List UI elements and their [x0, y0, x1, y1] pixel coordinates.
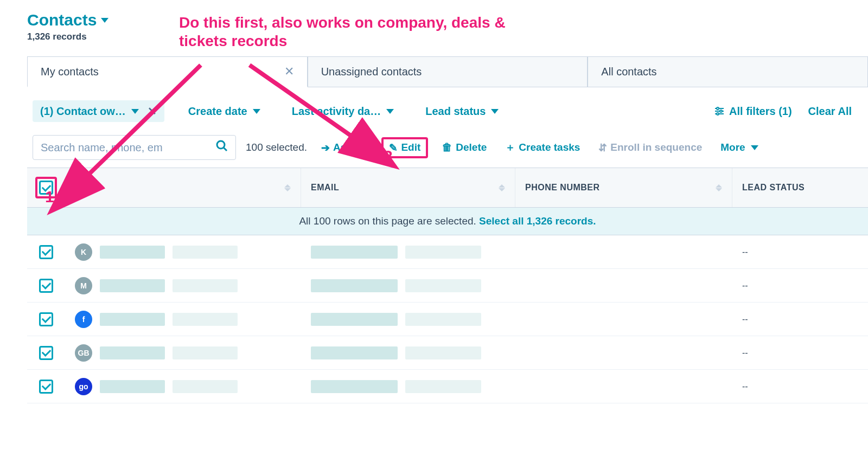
row-checkbox[interactable] — [39, 279, 53, 293]
avatar: GB — [75, 344, 92, 362]
row-checkbox[interactable] — [39, 312, 53, 326]
more-button[interactable]: More — [716, 138, 762, 157]
avatar: M — [75, 277, 92, 294]
arrow-right-icon: ➔ — [321, 142, 330, 154]
row-checkbox[interactable] — [39, 380, 53, 394]
lead-status-value: -- — [732, 247, 868, 257]
filter-create-date[interactable]: Create date — [181, 101, 268, 122]
column-phone[interactable]: PHONE NUMBER — [515, 168, 732, 207]
column-email[interactable]: EMAIL — [301, 168, 515, 207]
search-placeholder: Search name, phone, em — [41, 142, 216, 154]
contacts-table: NAME EMAIL PHONE NUMBER LEAD STATUS All … — [27, 168, 868, 403]
table-row[interactable]: GB-- — [27, 336, 868, 370]
svg-point-5 — [717, 107, 719, 110]
table-row[interactable]: K-- — [27, 235, 868, 269]
avatar: f — [75, 311, 92, 328]
column-lead-status[interactable]: LEAD STATUS — [732, 168, 868, 207]
column-name[interactable]: NAME — [65, 168, 301, 207]
lead-status-value: -- — [732, 281, 868, 291]
tab-all-contacts[interactable]: All contacts — [588, 56, 868, 87]
close-icon[interactable]: ✕ — [284, 65, 294, 79]
svg-point-8 — [217, 141, 225, 149]
row-checkbox[interactable] — [39, 245, 53, 259]
assign-button[interactable]: ➔Assign — [317, 138, 372, 157]
filter-lead-status[interactable]: Lead status — [418, 101, 506, 122]
annotation-number-1: 1 — [45, 187, 54, 207]
svg-point-6 — [720, 110, 722, 112]
tab-my-contacts[interactable]: My contacts ✕ — [27, 56, 308, 87]
svg-point-7 — [717, 113, 719, 115]
sliders-icon — [714, 106, 725, 117]
trash-icon: 🗑 — [442, 142, 452, 153]
filter-last-activity[interactable]: Last activity da… — [284, 101, 402, 122]
clear-all-button[interactable]: Clear All — [808, 105, 852, 118]
avatar: go — [75, 378, 92, 395]
selection-count: 100 selected. — [246, 142, 307, 153]
all-filters-button[interactable]: All filters (1) — [714, 105, 792, 118]
view-tabs: My contacts ✕ Unassigned contacts All co… — [27, 56, 868, 87]
enroll-sequence-button[interactable]: ⇵Enroll in sequence — [594, 138, 706, 157]
search-icon — [216, 140, 228, 155]
filter-contact-owner[interactable]: (1) Contact ow… ✕ — [33, 100, 164, 122]
tab-unassigned[interactable]: Unassigned contacts — [308, 56, 588, 87]
table-row[interactable]: M-- — [27, 269, 868, 303]
lead-status-value: -- — [732, 348, 868, 358]
annotation-number-2: 2 — [384, 146, 393, 166]
table-row[interactable]: go-- — [27, 370, 868, 403]
caret-down-icon — [101, 18, 108, 23]
table-row[interactable]: f-- — [27, 303, 868, 336]
select-all-records-link[interactable]: Select all 1,326 records. — [479, 215, 596, 227]
page-title: Contacts — [27, 11, 97, 29]
svg-line-9 — [224, 147, 227, 151]
selection-banner: All 100 rows on this page are selected. … — [27, 208, 868, 235]
plus-icon: ＋ — [505, 140, 515, 155]
lead-status-value: -- — [732, 314, 868, 324]
annotation-text: Do this first, also works on company, de… — [179, 14, 526, 50]
search-input[interactable]: Search name, phone, em — [33, 135, 236, 160]
create-tasks-button[interactable]: ＋Create tasks — [501, 137, 584, 158]
delete-button[interactable]: 🗑Delete — [438, 138, 491, 157]
avatar: K — [75, 243, 92, 261]
sequence-icon: ⇵ — [598, 142, 607, 154]
close-icon[interactable]: ✕ — [148, 105, 157, 118]
row-checkbox[interactable] — [39, 346, 53, 360]
lead-status-value: -- — [732, 382, 868, 391]
